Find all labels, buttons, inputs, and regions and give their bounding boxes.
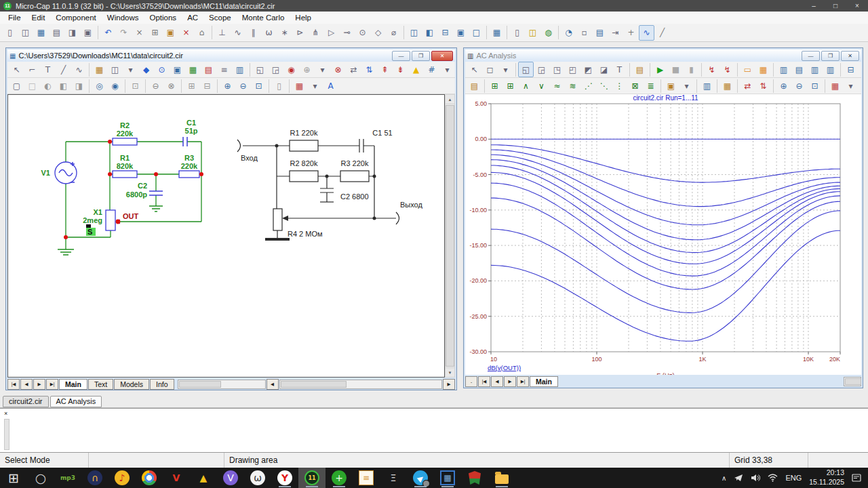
stacked-plots-icon[interactable]: ▤	[791, 62, 807, 77]
chrome-app[interactable]	[136, 468, 163, 488]
zoom-out-icon[interactable]: ⊖	[235, 78, 251, 94]
message-panel-scrollbar[interactable]	[4, 419, 9, 450]
menu-file[interactable]: File	[3, 13, 26, 22]
grouped-plots-icon[interactable]: ▥	[807, 62, 823, 77]
pin-connections-icon[interactable]: ⇞	[377, 62, 393, 77]
page-view-icon[interactable]: ▯	[271, 78, 287, 94]
new-file-icon[interactable]: ▯	[2, 25, 18, 41]
prev-page-button[interactable]: ◀	[20, 379, 33, 390]
web-icon[interactable]: ◍	[540, 25, 556, 41]
open-file-icon[interactable]: ◫	[18, 25, 33, 41]
ic-icon[interactable]: ⊙	[355, 25, 370, 41]
wire-mode-icon[interactable]: ⌐	[24, 62, 40, 77]
flip-vertical-icon[interactable]: ◨	[71, 78, 87, 94]
watch-window-icon[interactable]: ▦	[719, 78, 735, 94]
plot-minus-button[interactable]: -	[465, 376, 477, 387]
horizontal-cursor-icon[interactable]: ⇄	[740, 78, 755, 94]
tokens-icon[interactable]: ▦	[755, 62, 771, 77]
menu-options[interactable]: Options	[144, 13, 182, 22]
y-expression-link[interactable]: dB(v(OUT))	[488, 364, 521, 371]
warning-icon[interactable]: ▲	[408, 62, 424, 77]
split-window-icon[interactable]: □	[469, 25, 484, 41]
ac-restore-button[interactable]: ❐	[821, 51, 840, 61]
slope-up-mode-icon[interactable]: ⋰	[580, 78, 596, 94]
region-select-icon[interactable]: ◱	[252, 62, 268, 77]
scrollbar-thumb[interactable]	[446, 105, 454, 367]
clipart-icon[interactable]: ◫	[107, 62, 123, 77]
ac-analysis-window[interactable]: ▥ AC Analysis — ❐ ✕ ↖◻▾◱◲◳◰◩◪T▤▶■▮↯↯▭▦▥▤…	[463, 47, 863, 388]
region-box-icon[interactable]: □	[24, 78, 40, 94]
mp3tag-app[interactable]: mp3	[54, 468, 81, 488]
sheet-tab-info[interactable]: Info	[150, 379, 174, 390]
clock[interactable]: 20:13 15.11.2025	[809, 468, 844, 487]
numeric-output-icon[interactable]: ▥	[699, 78, 715, 94]
find-replace-icon[interactable]: ⌂	[194, 25, 210, 41]
ac-window-title-bar[interactable]: ▥ AC Analysis — ❐ ✕	[465, 49, 861, 62]
opamp-icon[interactable]: ▷	[323, 25, 339, 41]
low-mode-icon[interactable]: ≋	[565, 78, 580, 94]
global-low-icon[interactable]: ≣	[643, 78, 658, 94]
currents-icon[interactable]: ⊗	[330, 62, 346, 77]
hscroll-right-icon[interactable]: ▶	[443, 379, 455, 390]
document-tab-ac-analysis[interactable]: AC Analysis	[50, 396, 102, 407]
valley-mode-icon[interactable]: ∨	[534, 78, 549, 94]
telegram-app[interactable]: ▶	[407, 468, 434, 488]
app-maximize-button[interactable]: □	[825, 0, 846, 12]
preferences-icon[interactable]: +	[623, 25, 639, 41]
sheet-editor-icon[interactable]: ▥	[232, 62, 248, 77]
edit-file-icon[interactable]: ▤	[49, 25, 64, 41]
table-icon[interactable]: ▦	[185, 62, 201, 77]
flag-mode-icon[interactable]: ◆	[138, 62, 154, 77]
plot-prev-button[interactable]: ◀	[491, 376, 503, 387]
stop-icon[interactable]: ■	[668, 62, 684, 77]
zoom-fit-icon[interactable]: ⊡	[807, 78, 823, 94]
stack-pages-icon[interactable]: ⊟	[199, 78, 215, 94]
high-mode-icon[interactable]: ≈	[549, 78, 565, 94]
list-icon[interactable]: ≡	[216, 62, 232, 77]
plot-corner-scrollbar[interactable]	[844, 377, 861, 386]
connector-star-icon[interactable]: ∗	[277, 25, 292, 41]
auto-scale-icon[interactable]: ↯	[719, 62, 735, 77]
limits-icon[interactable]: ↯	[704, 62, 719, 77]
transistor-icon[interactable]: ⋔	[308, 25, 323, 41]
notification-center-icon[interactable]	[852, 473, 861, 483]
ground-icon[interactable]: ⊥	[214, 25, 230, 41]
fox-app[interactable]: ω	[244, 468, 271, 488]
aimp-app[interactable]: ∩	[81, 468, 108, 488]
scroll-up-icon[interactable]: ▲	[446, 95, 454, 104]
hidden-icons-button[interactable]: ∧	[722, 474, 726, 482]
grid-dropdown-icon[interactable]: ▾	[439, 62, 455, 77]
message-panel-close-icon[interactable]: ×	[4, 410, 7, 417]
text-tool-icon[interactable]: T	[612, 62, 627, 77]
inductor-icon[interactable]: ω	[261, 25, 277, 41]
run-icon[interactable]: ▶	[652, 62, 668, 77]
menu-edit[interactable]: Edit	[26, 13, 51, 22]
color-palette-icon[interactable]: ▦	[827, 78, 843, 94]
line-mode-icon[interactable]: ╱	[56, 62, 71, 77]
menu-help[interactable]: Help	[290, 13, 317, 22]
menu-ac[interactable]: AC	[182, 13, 203, 22]
schematic-window-title-bar[interactable]: ▦ C:\Users\37529\Downloads\MC11\data\cir…	[7, 49, 455, 62]
probe-icon[interactable]: ⊸	[339, 25, 355, 41]
pause-icon[interactable]: ▮	[684, 62, 699, 77]
cascade-windows-icon[interactable]: ◫	[406, 25, 422, 41]
slope-down-mode-icon[interactable]: ⋱	[596, 78, 612, 94]
scope-normal-icon[interactable]: ◰	[565, 62, 580, 77]
volume-icon[interactable]	[751, 473, 760, 483]
wifi-icon[interactable]	[768, 474, 778, 482]
cross-hair-icon[interactable]: ⇟	[393, 62, 408, 77]
global-high-icon[interactable]: ⊠	[627, 78, 643, 94]
color-dropdown-icon[interactable]: ▾	[307, 78, 323, 94]
sheet-tab-models[interactable]: Models	[114, 379, 149, 390]
plot-first-button[interactable]: |◀	[478, 376, 490, 387]
cut-icon[interactable]: ×	[132, 25, 147, 41]
ac-plot-area[interactable]: 5.000.00-5.00-10.00-15.00-20.00-25.00-30…	[465, 94, 861, 375]
start-button[interactable]: ⊞	[0, 468, 27, 488]
font-select-icon[interactable]: A	[323, 78, 338, 94]
sheet-tab-scrollbar[interactable]	[178, 380, 266, 389]
find-next-icon[interactable]: ◉	[107, 78, 123, 94]
color-palette-icon[interactable]: ▦	[292, 78, 307, 94]
explorer-app[interactable]	[488, 468, 515, 488]
spline-mode-icon[interactable]: ∿	[71, 62, 87, 77]
microcap-app[interactable]: 11	[298, 468, 326, 488]
